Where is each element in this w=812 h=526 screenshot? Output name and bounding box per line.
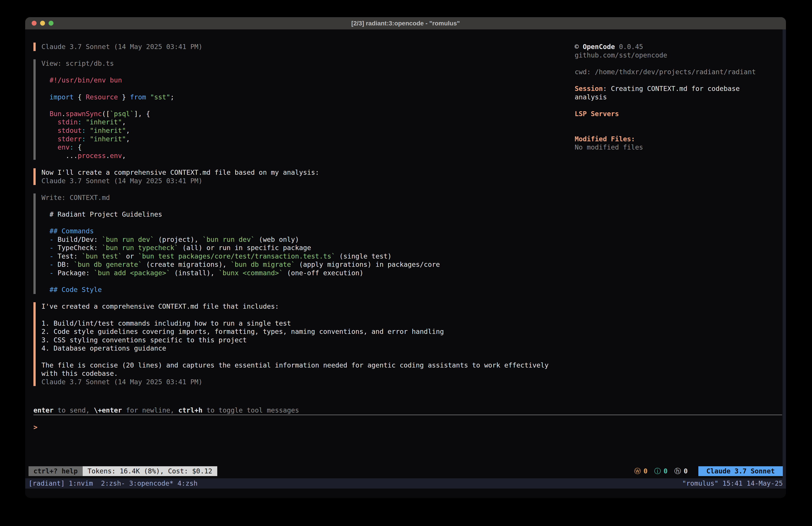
text-segment: : — [82, 127, 86, 134]
text-segment: analysis — [575, 93, 607, 101]
text-segment: (install), — [170, 269, 219, 277]
text-segment — [41, 93, 49, 101]
text-segment — [41, 135, 58, 143]
terminal-line: - DB: `bun db generate` (create migratio… — [41, 260, 549, 269]
text-segment: } — [118, 93, 130, 101]
message-input[interactable]: > — [33, 423, 38, 431]
text-segment — [82, 118, 86, 126]
text-segment — [41, 118, 58, 126]
text-segment: . — [106, 152, 110, 160]
text-segment: ## Commands — [49, 227, 94, 235]
help-shortcut-badge: ctrl+? help — [29, 466, 83, 476]
text-segment: Now I'll create a comprehensive CONTEXT.… — [41, 169, 319, 176]
tmux-status-bar: [radiant] 1:nvim 2:zsh- 3:opencode* 4:zs… — [25, 478, 786, 488]
terminal-line: stdin: "inherit", — [41, 118, 549, 126]
text-segment: Resource — [86, 93, 118, 101]
text-segment: ctrl+h — [178, 406, 202, 414]
text-segment: "inherit" — [90, 135, 126, 143]
text-segment: - — [49, 252, 54, 260]
text-segment: { — [74, 93, 86, 101]
chat-transcript: Claude 3.7 Sonnet (14 May 2025 03:41 PM)… — [33, 43, 549, 386]
diagnostic-counters: ⓦ0ⓘ0ⓗ0 — [634, 466, 688, 476]
text-segment: process — [78, 152, 106, 160]
terminal-line — [41, 68, 549, 76]
terminal-line: #!/usr/bin/env bun — [41, 76, 549, 84]
text-segment: stdout — [58, 127, 82, 134]
text-segment: `bun test packages/core/test/transaction… — [138, 252, 335, 260]
terminal-line: # Radiant Project Guidelines — [41, 210, 549, 219]
text-segment: spawnSync — [66, 110, 102, 118]
text-segment: , — [122, 152, 126, 160]
text-segment: ], { — [134, 110, 150, 118]
counter-value: 0 — [643, 467, 648, 475]
sidebar-line: cwd: /home/thdxr/dev/projects/radiant/ra… — [575, 68, 782, 76]
terminal-line: Claude 3.7 Sonnet (14 May 2025 03:41 PM) — [41, 378, 549, 386]
window-titlebar[interactable]: [2/3] radiant:3:opencode - "romulus" — [25, 17, 786, 29]
terminal-line — [41, 311, 549, 319]
prompt-chevron-icon: > — [33, 423, 38, 431]
sidebar-line — [575, 101, 782, 110]
model-badge[interactable]: Claude 3.7 Sonnet — [698, 466, 783, 476]
text-segment: cwd: /home/thdxr/dev/projects/radiant/ra… — [575, 68, 756, 76]
sidebar-line — [575, 118, 782, 126]
text-segment — [41, 227, 49, 235]
diagnostic-counter: ⓦ0 — [634, 467, 648, 475]
input-divider — [33, 415, 782, 415]
text-segment: , — [126, 127, 130, 134]
sidebar-line: Modified Files: — [575, 135, 782, 143]
terminal-line — [41, 202, 549, 210]
text-segment: github.com/sst/opencode — [575, 51, 667, 59]
text-segment: Modified Files: — [575, 135, 635, 143]
text-segment: (all) or run in specific package — [178, 244, 311, 252]
session-sidebar: © OpenCode 0.0.45github.com/sst/opencode… — [575, 43, 782, 152]
text-segment: `bunx <command>` — [219, 269, 283, 277]
keybinding-hint: enter to send, \+enter for newline, ctrl… — [33, 406, 299, 415]
text-segment — [41, 269, 49, 277]
terminal-line: The file is concise (20 lines) and captu… — [41, 361, 549, 370]
text-segment: for newline, — [122, 406, 178, 414]
scrollbar[interactable] — [783, 29, 786, 478]
text-segment — [41, 76, 49, 84]
text-segment — [41, 127, 58, 134]
text-segment: Build/Dev: — [54, 236, 102, 243]
tool-output-block: View: script/db.ts #!/usr/bin/env bun im… — [33, 59, 549, 160]
text-segment: DB: — [54, 260, 74, 268]
text-segment: , — [126, 135, 130, 143]
tmux-window-list[interactable]: [radiant] 1:nvim 2:zsh- 3:opencode* 4:zs… — [25, 479, 198, 488]
window-title: [2/3] radiant:3:opencode - "romulus" — [25, 17, 786, 29]
text-segment: from — [130, 93, 146, 101]
terminal-line: Write: CONTEXT.md — [41, 194, 549, 202]
text-segment — [41, 210, 49, 218]
text-segment — [86, 135, 90, 143]
text-segment: `bun run dev` — [203, 236, 255, 243]
text-segment: : — [78, 118, 82, 126]
text-segment: Session — [575, 85, 603, 93]
text-segment: to send, — [54, 406, 94, 414]
text-segment: (project), — [154, 236, 203, 243]
text-segment: stdin — [58, 118, 77, 126]
text-segment: `bun db generate` — [74, 260, 142, 268]
terminal-line: stderr: "inherit", — [41, 135, 549, 143]
status-bar: ctrl+? help Tokens: 16.4K (8%), Cost: $0… — [29, 466, 783, 476]
text-segment: : — [82, 135, 86, 143]
terminal-line — [41, 101, 549, 110]
terminal-line: Bun.spawnSync([`psql`], { — [41, 110, 549, 118]
text-segment: enter — [33, 406, 54, 414]
text-segment — [41, 286, 49, 294]
text-segment: # Radiant Project Guidelines — [49, 210, 162, 218]
hint-count-icon: ⓗ — [674, 467, 681, 475]
terminal-line — [41, 353, 549, 361]
text-segment: `bun db migrate` — [231, 260, 295, 268]
text-segment: Claude 3.7 Sonnet (14 May 2025 03:41 PM) — [41, 43, 202, 51]
text-segment: import — [49, 93, 74, 101]
text-segment: Package: — [54, 269, 94, 277]
text-segment: #!/usr/bin/env bun — [49, 76, 122, 84]
tmux-session-clock: "romulus" 15:41 14-May-25 — [682, 479, 786, 488]
terminal-line: env: { — [41, 143, 549, 152]
info-count-icon: ⓘ — [654, 467, 661, 475]
text-segment: : Creating CONTEXT.md for codebase — [603, 85, 740, 93]
text-segment: - — [49, 236, 54, 243]
text-segment: Claude 3.7 Sonnet (14 May 2025 03:41 PM) — [41, 378, 202, 386]
text-segment: 4. Database operations guidance — [41, 344, 166, 352]
text-segment: , — [122, 118, 126, 126]
